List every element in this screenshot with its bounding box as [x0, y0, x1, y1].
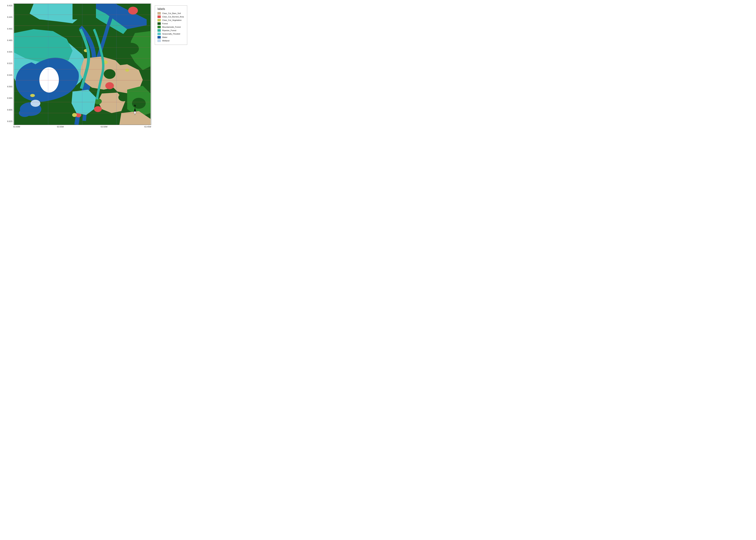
y-axis-label: 8.52S: [7, 62, 12, 65]
svg-point-30: [125, 68, 129, 71]
y-axis-label: 8.48S: [7, 39, 12, 42]
x-axis-label: 63.55W: [57, 126, 64, 128]
legend-item-label: Water: [162, 36, 168, 38]
legend-item-label: Seasonally_Flooded: [162, 33, 180, 35]
legend-swatch: [158, 40, 161, 42]
svg-point-33: [123, 43, 139, 55]
legend-item: Clear_Cut_Bare_Soil: [158, 12, 185, 15]
legend-item: Riparian_Forest: [158, 29, 185, 32]
svg-text:N: N: [134, 104, 136, 107]
svg-point-22: [105, 82, 114, 89]
map-svg: N: [14, 4, 151, 125]
svg-point-19: [104, 69, 115, 79]
legend-item: Seasonally_Flooded: [158, 33, 185, 35]
y-axis-label: 8.54S: [7, 74, 12, 76]
legend-swatch: [158, 36, 161, 39]
legend-swatch: [158, 12, 161, 15]
map-with-yaxis: 8.42S8.44S8.46S8.48S8.50S8.52S8.54S8.56S…: [7, 4, 151, 128]
svg-point-11: [41, 70, 53, 78]
svg-point-20: [118, 93, 128, 101]
x-axis-label: 63.50W: [101, 126, 107, 128]
legend-swatch: [158, 22, 161, 25]
legend-item: Water: [158, 36, 185, 39]
map-and-xaxis: N 63.60W63.55W63.50W63.45W: [13, 4, 151, 128]
svg-point-23: [94, 106, 102, 112]
x-axis: 63.60W63.55W63.50W63.45W: [13, 125, 151, 128]
legend-box: labels Clear_Cut_Bare_SoilClear_Cut_Burn…: [155, 5, 187, 45]
legend-item-label: Clear_Cut_Bare_Soil: [162, 12, 181, 14]
svg-point-25: [72, 113, 77, 117]
legend-item-label: Mountainside_Forest: [162, 26, 181, 28]
svg-point-4: [128, 7, 138, 14]
x-axis-label: 63.60W: [13, 126, 20, 128]
x-axis-label: 63.45W: [144, 126, 151, 128]
legend-swatch: [158, 16, 161, 18]
map-area: 8.42S8.44S8.46S8.48S8.50S8.52S8.54S8.56S…: [7, 4, 151, 128]
legend-item: Clear_Cut_Vegetation: [158, 19, 185, 21]
legend-items-container: Clear_Cut_Bare_SoilClear_Cut_Burned_Area…: [158, 12, 185, 42]
page-container: 8.42S8.44S8.46S8.48S8.50S8.52S8.54S8.56S…: [0, 0, 189, 135]
legend-title: labels: [158, 7, 185, 11]
legend-item-label: Wetland: [162, 40, 169, 42]
y-axis-label: 8.50S: [7, 51, 12, 53]
y-axis-label: 8.42S: [7, 5, 12, 7]
legend-item: Clear_Cut_Burned_Area: [158, 16, 185, 18]
legend-item-label: Forest: [162, 23, 168, 25]
legend-item: Wetland: [158, 40, 185, 42]
legend-item: Mountainside_Forest: [158, 26, 185, 28]
y-axis-label: 8.62S: [7, 120, 12, 122]
legend-item-label: Clear_Cut_Burned_Area: [162, 16, 184, 18]
svg-point-14: [31, 100, 40, 107]
y-axis-label: 8.44S: [7, 16, 12, 18]
legend-swatch: [158, 29, 161, 32]
y-axis-label: 8.60S: [7, 109, 12, 111]
svg-point-29: [30, 94, 35, 97]
legend-item-label: Clear_Cut_Vegetation: [162, 19, 182, 21]
map-canvas: N: [13, 4, 151, 125]
legend-swatch: [158, 26, 161, 28]
svg-rect-9: [72, 4, 96, 19]
legend-swatch: [158, 33, 161, 35]
y-axis-label: 8.58S: [7, 97, 12, 99]
y-axis: 8.42S8.44S8.46S8.48S8.50S8.52S8.54S8.56S…: [7, 4, 13, 128]
legend-item-label: Riparian_Forest: [162, 29, 176, 32]
y-axis-label: 8.56S: [7, 85, 12, 88]
legend-swatch: [158, 19, 161, 21]
y-axis-label: 8.46S: [7, 28, 12, 30]
legend-item: Forest: [158, 22, 185, 25]
